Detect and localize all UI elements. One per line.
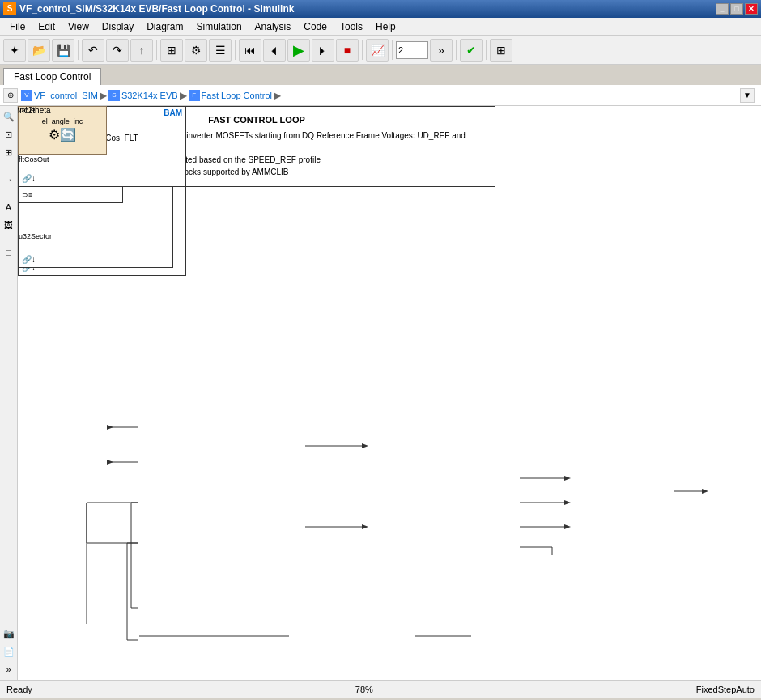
zoom-input[interactable] (396, 41, 428, 59)
menu-simulation[interactable]: Simulation (190, 19, 249, 34)
maximize-button[interactable]: □ (730, 3, 743, 15)
step-back-button[interactable]: ⏴ (263, 39, 286, 62)
bam3-link-icon: 🔗↓ (22, 174, 36, 183)
menu-tools[interactable]: Tools (334, 19, 369, 34)
window-controls: _ □ ✕ (716, 3, 758, 15)
bam2-u32sector: u32Sector (19, 232, 52, 240)
camera-btn[interactable]: 📷 (2, 626, 16, 641)
inc2theta-label: inc2theta (18, 106, 51, 115)
status-mode: FixedStepAuto (696, 685, 755, 694)
sep-3: ▶ (274, 90, 281, 101)
breadcrumb-nav-btn[interactable]: ⊕ (3, 88, 18, 103)
undo-button[interactable]: ↶ (82, 39, 104, 62)
menu-view[interactable]: View (62, 19, 96, 34)
breadcrumb: ⊕ V VF_control_SIM ▶ S S32K14x EVB ▶ F F… (0, 85, 761, 106)
inc2theta-el-angle: el_angle_inc (42, 117, 83, 125)
run-button[interactable]: ▶ (287, 39, 310, 62)
sep5 (392, 40, 393, 60)
svg-marker-25 (107, 460, 113, 465)
new-button[interactable]: ✦ (3, 39, 26, 62)
breadcrumb-dropdown[interactable]: ▼ (740, 88, 755, 103)
doc-btn[interactable]: 📄 (2, 644, 16, 659)
sep6 (456, 40, 457, 60)
zoom-fit-btn[interactable]: ⊡ (2, 127, 16, 142)
stop-button[interactable]: ■ (336, 39, 359, 62)
minimize-button[interactable]: _ (716, 3, 729, 15)
model-advisor-button[interactable]: ☰ (209, 39, 232, 62)
inc2theta-icon: ⚙🔄 (49, 127, 76, 142)
canvas[interactable]: f() function FAST CONTROL LOOP Computes … (18, 106, 761, 680)
app-icon: S (3, 2, 16, 15)
svg-marker-24 (107, 425, 113, 430)
close-button[interactable]: ✕ (745, 3, 758, 15)
svg-marker-26 (362, 443, 368, 448)
svg-marker-27 (362, 524, 368, 529)
status-ready: Ready (6, 685, 32, 694)
left-toolbar: 🔍 ⊡ ⊞ → A 🖼 □ 📷 📄 » (0, 106, 18, 680)
step-forward-button[interactable]: ⏵ (312, 39, 334, 62)
svg-marker-28 (564, 476, 571, 481)
rect-btn[interactable]: □ (2, 245, 16, 260)
sep7 (486, 40, 487, 60)
menu-analysis[interactable]: Analysis (249, 19, 298, 34)
titlebar: S VF_control_SIM/S32K14x EVB/Fast Loop C… (0, 0, 761, 18)
text-btn[interactable]: A (2, 200, 16, 214)
svg-marker-30 (564, 524, 571, 529)
menu-edit[interactable]: Edit (32, 19, 62, 34)
sep4 (362, 40, 363, 60)
tab-fast-loop-control[interactable]: Fast Loop Control (3, 68, 101, 85)
breadcrumb-vf[interactable]: VF_control_SIM (34, 91, 98, 100)
breadcrumb-icon-2: S (108, 90, 120, 101)
expand2-btn[interactable]: » (2, 662, 16, 677)
svg-marker-31 (702, 489, 708, 494)
status-zoom: 78% (355, 685, 373, 694)
grid-button[interactable]: ⊞ (490, 39, 512, 62)
save-button[interactable]: 💾 (52, 39, 74, 62)
sep2 (156, 40, 157, 60)
menu-diagram[interactable]: Diagram (140, 19, 189, 34)
breadcrumb-icon-3: F (189, 90, 200, 101)
menu-file[interactable]: File (3, 19, 32, 34)
breadcrumb-icon-1: V (21, 90, 32, 101)
menu-help[interactable]: Help (369, 19, 402, 34)
expand-btn[interactable]: ⊞ (2, 145, 16, 159)
sep3 (235, 40, 236, 60)
menu-code[interactable]: Code (297, 19, 334, 34)
menu-display[interactable]: Display (96, 19, 140, 34)
toolbar: ✦ 📂 💾 ↶ ↷ ↑ ⊞ ⚙ ☰ ⏮ ⏴ ▶ ⏵ ■ 📈 » ✔ ⊞ (0, 36, 761, 65)
open-button[interactable]: 📂 (28, 39, 50, 62)
zoom-more-button[interactable]: » (430, 39, 453, 62)
rewind-button[interactable]: ⏮ (239, 39, 261, 62)
library-button[interactable]: ⊞ (160, 39, 183, 62)
statusbar: Ready 78% FixedStepAuto (0, 680, 761, 698)
sep-2: ▶ (180, 90, 187, 101)
redo-button[interactable]: ↷ (106, 39, 129, 62)
tabbar: Fast Loop Control (0, 65, 761, 85)
arrow-btn[interactable]: → (2, 172, 16, 187)
scope-button[interactable]: 📈 (366, 39, 389, 62)
breadcrumb-fast[interactable]: Fast Loop Control (202, 91, 272, 100)
bam2-link-icon: 🔗↓ (22, 255, 36, 264)
bam3-fltcosout: fltCosOut (19, 155, 49, 163)
up-button[interactable]: ↑ (130, 39, 153, 62)
menubar: File Edit View Display Diagram Simulatio… (0, 18, 761, 36)
breadcrumb-s32[interactable]: S32K14x EVB (121, 91, 178, 100)
img-btn[interactable]: 🖼 (2, 218, 16, 232)
check-button[interactable]: ✔ (460, 39, 483, 62)
pwm-svm-label: ⊃≡ (22, 191, 32, 199)
sep1 (78, 40, 79, 60)
zoom-in-btn[interactable]: 🔍 (2, 109, 16, 124)
main-container: 🔍 ⊡ ⊞ → A 🖼 □ 📷 📄 » (0, 106, 761, 680)
sep-1: ▶ (100, 90, 107, 101)
model-settings-button[interactable]: ⚙ (185, 39, 207, 62)
svg-marker-29 (564, 500, 571, 505)
window-title: VF_control_SIM/S32K14x EVB/Fast Loop Con… (19, 3, 716, 15)
